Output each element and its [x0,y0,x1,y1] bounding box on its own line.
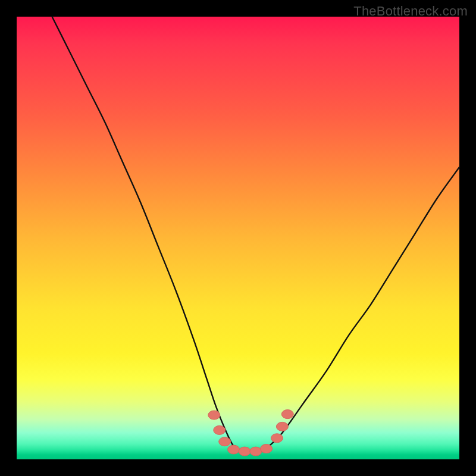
curve-marker [214,425,226,434]
curve-marker [281,410,293,419]
curve-marker [208,411,220,419]
curve-marker [239,447,250,456]
chart-outer-frame: TheBottleneck.com [0,0,476,476]
curve-marker [219,437,231,446]
curve-marker [271,434,283,443]
bottleneck-curve [52,17,460,451]
curve-marker [228,445,240,454]
curve-marker [261,444,273,453]
chart-svg-layer [17,17,459,459]
curve-markers [208,410,294,456]
curve-marker [250,447,262,456]
curve-marker [276,422,288,431]
